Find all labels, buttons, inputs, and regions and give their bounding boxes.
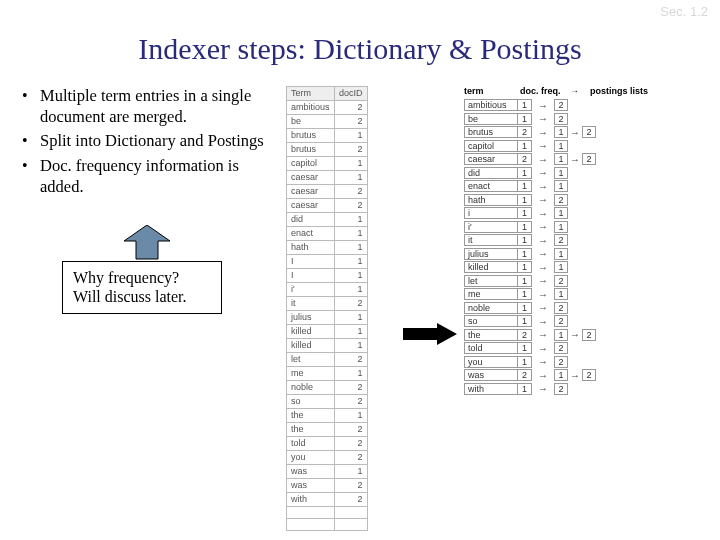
callout-group: Why frequency? Will discuss later. xyxy=(62,225,272,313)
cell-term: brutus xyxy=(287,143,335,157)
posting-term: caesar xyxy=(464,153,518,165)
cell-term: julius xyxy=(287,311,335,325)
cell-term: hath xyxy=(287,241,335,255)
posting-node: 1 xyxy=(554,180,568,192)
posting-docfreq: 1 xyxy=(518,356,532,368)
postings-row: brutus2→1→2 xyxy=(464,126,720,138)
cell-docid: 2 xyxy=(335,199,368,213)
arrow-icon: → xyxy=(532,248,554,259)
posting-node: 2 xyxy=(554,194,568,206)
posting-node: 1 xyxy=(554,153,568,165)
cell-docid: 2 xyxy=(335,101,368,115)
cell-docid: 2 xyxy=(335,353,368,367)
arrow-icon: → xyxy=(532,370,554,381)
cell-docid: 1 xyxy=(335,325,368,339)
callout-box: Why frequency? Will discuss later. xyxy=(62,261,222,313)
posting-term: killed xyxy=(464,261,518,273)
table-row: caesar1 xyxy=(287,171,368,185)
postings-row: the2→1→2 xyxy=(464,329,720,341)
cell-docid: 1 xyxy=(335,269,368,283)
postings-row: you1→2 xyxy=(464,356,720,368)
cell-term: I xyxy=(287,269,335,283)
table-row: i'1 xyxy=(287,283,368,297)
cell-docid: 1 xyxy=(335,311,368,325)
link-arrow-icon: → xyxy=(568,127,582,138)
table-row: with2 xyxy=(287,493,368,507)
arrow-icon: → xyxy=(532,302,554,313)
arrow-icon: → xyxy=(532,100,554,111)
posting-docfreq: 1 xyxy=(518,302,532,314)
cell-term: me xyxy=(287,367,335,381)
arrow-icon: → xyxy=(532,343,554,354)
posting-node: 2 xyxy=(582,126,596,138)
cell-term: I xyxy=(287,255,335,269)
cell-docid: 2 xyxy=(335,143,368,157)
arrow-icon: → xyxy=(532,275,554,286)
cell-term: enact xyxy=(287,227,335,241)
table-row: ambitious2 xyxy=(287,101,368,115)
posting-docfreq: 1 xyxy=(518,288,532,300)
cell-docid: 2 xyxy=(335,115,368,129)
content-area: Multiple term entries in a single docume… xyxy=(0,86,720,531)
cell-term: caesar xyxy=(287,185,335,199)
posting-term: so xyxy=(464,315,518,327)
table-row: the2 xyxy=(287,423,368,437)
arrow-icon: → xyxy=(532,113,554,124)
posting-node: 1 xyxy=(554,140,568,152)
postings-row: ambitious1→2 xyxy=(464,99,720,111)
cell-docid xyxy=(335,519,368,531)
posting-term: me xyxy=(464,288,518,300)
table-row: killed1 xyxy=(287,325,368,339)
postings-row: hath1→2 xyxy=(464,194,720,206)
posting-docfreq: 2 xyxy=(518,153,532,165)
cell-term: it xyxy=(287,297,335,311)
cell-docid: 1 xyxy=(335,367,368,381)
callout-line: Will discuss later. xyxy=(73,288,187,305)
postings-row: be1→2 xyxy=(464,113,720,125)
posting-node: 2 xyxy=(582,153,596,165)
table-row: julius1 xyxy=(287,311,368,325)
table-row: I1 xyxy=(287,255,368,269)
cell-docid: 2 xyxy=(335,437,368,451)
header-docfreq: doc. freq. xyxy=(520,86,570,96)
table-row: be2 xyxy=(287,115,368,129)
posting-docfreq: 1 xyxy=(518,234,532,246)
slide-title: Indexer steps: Dictionary & Postings xyxy=(0,32,720,66)
table-row: told2 xyxy=(287,437,368,451)
posting-docfreq: 1 xyxy=(518,221,532,233)
posting-term: you xyxy=(464,356,518,368)
table-row: brutus2 xyxy=(287,143,368,157)
cell-docid: 2 xyxy=(335,185,368,199)
posting-docfreq: 1 xyxy=(518,140,532,152)
middle-column: Term docID ambitious2be2brutus1brutus2ca… xyxy=(280,86,400,531)
table-row: caesar2 xyxy=(287,199,368,213)
posting-docfreq: 2 xyxy=(518,329,532,341)
posting-docfreq: 1 xyxy=(518,275,532,287)
cell-term: brutus xyxy=(287,129,335,143)
posting-term: the xyxy=(464,329,518,341)
posting-docfreq: 2 xyxy=(518,126,532,138)
posting-term: julius xyxy=(464,248,518,260)
posting-term: with xyxy=(464,383,518,395)
posting-term: it xyxy=(464,234,518,246)
up-arrow-icon xyxy=(112,225,182,261)
cell-docid: 1 xyxy=(335,129,368,143)
posting-node: 2 xyxy=(582,329,596,341)
right-column: term doc. freq. → postings lists ambitio… xyxy=(460,86,720,531)
table-row: let2 xyxy=(287,353,368,367)
cell-term: capitol xyxy=(287,157,335,171)
table-row: was2 xyxy=(287,479,368,493)
posting-node: 2 xyxy=(554,275,568,287)
table-row: enact1 xyxy=(287,227,368,241)
cell-docid: 1 xyxy=(335,171,368,185)
cell-term: killed xyxy=(287,339,335,353)
cell-term: you xyxy=(287,451,335,465)
cell-term: caesar xyxy=(287,171,335,185)
arrow-icon: → xyxy=(532,262,554,273)
table-header-docid: docID xyxy=(335,87,368,101)
posting-node: 1 xyxy=(554,221,568,233)
posting-node: 2 xyxy=(554,234,568,246)
cell-docid: 2 xyxy=(335,493,368,507)
bullet-list: Multiple term entries in a single docume… xyxy=(22,86,272,197)
postings-row: enact1→1 xyxy=(464,180,720,192)
